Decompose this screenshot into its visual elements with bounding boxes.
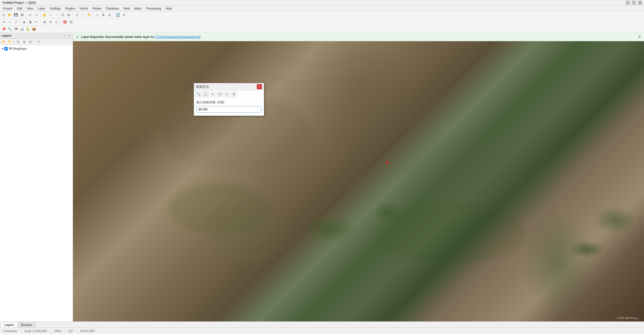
status-separator: [50, 329, 51, 333]
menu-web[interactable]: Web: [122, 6, 132, 11]
layer-type-icon: 🗺: [9, 47, 12, 51]
notification-check-icon: ✔: [76, 34, 79, 39]
refresh-button[interactable]: 🔄: [115, 12, 120, 18]
snapping-button[interactable]: 🎯: [62, 19, 68, 25]
save-project-button[interactable]: 💾: [13, 12, 19, 18]
layer-item[interactable]: ▾ 🗺 BingMaps: [1, 46, 72, 51]
zoom-in-button[interactable]: +: [48, 12, 53, 18]
titlebar: *Untitled Project — QGIS — □ ✕: [0, 0, 644, 6]
status-magnifier: 100%: [53, 329, 63, 332]
identify-button[interactable]: ℹ: [74, 12, 80, 18]
menu-view[interactable]: View: [25, 6, 35, 11]
dialog-title: 坐标定位: [196, 84, 209, 89]
zoom-selection-button[interactable]: ⊞: [66, 12, 71, 18]
dialog-titlebar: 坐标定位 ✕: [194, 83, 264, 90]
toolbar-separator: [14, 40, 14, 44]
dialog-clear-button[interactable]: ✕: [210, 91, 216, 97]
split-button[interactable]: ✂: [33, 19, 39, 25]
open-layer-button[interactable]: 📂: [1, 39, 7, 45]
toolbar-separator: [40, 13, 41, 17]
save-as-button[interactable]: 🖫: [19, 12, 25, 18]
collapse-all-button[interactable]: ⊟: [27, 39, 33, 45]
select-button[interactable]: ⬚: [80, 12, 86, 18]
menu-settings[interactable]: Settings: [48, 6, 63, 11]
maximize-button[interactable]: □: [632, 1, 636, 5]
menu-plugins[interactable]: Plugins: [63, 6, 77, 11]
map-background: ✔ Layer Exported: Successfully saved ras…: [73, 33, 644, 321]
merge-button[interactable]: ⊕: [42, 19, 47, 25]
toolbar1: 🗋 📂 💾 🖫 ↩ ↪ ✋ + − ⊡ ⊞ ℹ ⬚ 📏 + ⚙ 🖨 🔄 ✕: [0, 12, 644, 19]
dialog-search-button[interactable]: 🔍: [195, 91, 202, 97]
measure-button[interactable]: 📏: [86, 12, 92, 18]
processing-toolbox-button[interactable]: ⚙: [101, 12, 106, 18]
toolbar-separator: [73, 13, 73, 17]
menu-help[interactable]: Help: [164, 6, 174, 11]
coordinate-input[interactable]: [196, 106, 261, 113]
svg-point-1: [169, 183, 269, 234]
plugin-btn2[interactable]: 🔧: [7, 26, 13, 32]
plugin-btn4[interactable]: 📊: [19, 26, 25, 32]
menu-raster[interactable]: Raster: [91, 6, 104, 11]
topology-button[interactable]: ⛓: [68, 19, 74, 25]
menu-mesh[interactable]: Mesh: [132, 6, 144, 11]
dialog-paste-button[interactable]: 📋: [203, 91, 209, 97]
node-tool-button[interactable]: ◈: [21, 19, 27, 25]
add-feature-button[interactable]: +: [7, 19, 13, 25]
remove-layer-button[interactable]: ✕: [36, 39, 41, 45]
print-layout-button[interactable]: 🖨: [107, 12, 112, 18]
status-scale: Scale 1:5,000,000: [23, 329, 48, 332]
menu-edit[interactable]: Edit: [15, 6, 24, 11]
add-layer-button[interactable]: +: [95, 12, 100, 18]
notification-close-button[interactable]: ✕: [638, 34, 641, 39]
delete-feature-button[interactable]: 🗑: [27, 19, 33, 25]
minimize-button[interactable]: —: [626, 1, 630, 5]
zoom-out-button[interactable]: −: [54, 12, 59, 18]
dialog-toolbar: 🔍 📋 ✕ Y,X ▾ ⚙: [194, 90, 264, 98]
plugin-btn1[interactable]: 📌: [1, 26, 7, 32]
layers-close-button[interactable]: ✕: [67, 34, 71, 38]
cancel-button[interactable]: ✕: [121, 12, 127, 18]
filter-layers-button[interactable]: 🔍: [15, 39, 21, 45]
qgis-plugin-extra[interactable]: 📦: [31, 26, 37, 32]
dialog-yx-toggle[interactable]: Y,X: [217, 91, 223, 97]
dialog-label: 输入坐标(纬度, 经度): [196, 100, 261, 105]
expand-arrow: ▾: [2, 47, 3, 50]
menu-processing[interactable]: Processing: [144, 6, 163, 11]
menu-vector[interactable]: Vector: [78, 6, 90, 11]
dialog-close-button[interactable]: ✕: [257, 84, 262, 89]
layer-visibility-checkbox[interactable]: [4, 47, 8, 51]
menu-database[interactable]: Database: [104, 6, 121, 11]
notification-link[interactable]: C:\Users\sdwan\Downloads\test.tif: [154, 35, 200, 39]
menu-layer[interactable]: Layer: [36, 6, 47, 11]
layers-float-button[interactable]: □: [63, 34, 67, 38]
watermark: CSDN @wllong_c...: [617, 316, 641, 319]
tab-browser[interactable]: Browser: [18, 322, 35, 327]
redo-button[interactable]: ↪: [33, 12, 39, 18]
menu-project[interactable]: Project: [1, 6, 14, 11]
open-project-button[interactable]: 📂: [7, 12, 13, 18]
expand-all-button[interactable]: ⊞: [21, 39, 27, 45]
close-button[interactable]: ✕: [638, 1, 642, 5]
undo-button[interactable]: ↩: [27, 12, 33, 18]
qgis-plugin-python[interactable]: 🐍: [25, 26, 31, 32]
add-group-button[interactable]: 📁: [7, 39, 13, 45]
zoom-extent-button[interactable]: ⊡: [60, 12, 65, 18]
map-area[interactable]: ✔ Layer Exported: Successfully saved ras…: [73, 33, 644, 321]
dialog-extra-button[interactable]: ⚙: [231, 91, 237, 97]
toolbar2: ✏ + ⤢ ◈ 🗑 ✂ ⊕ ↻ ⬡ 🎯 ⛓: [0, 19, 644, 26]
plugin-btn3[interactable]: 🗺: [13, 26, 19, 32]
digitize-button[interactable]: ✏: [1, 19, 7, 25]
pan-button[interactable]: ✋: [42, 12, 47, 18]
dialog-settings-button[interactable]: ▾: [224, 91, 230, 97]
rotate-button[interactable]: ↻: [48, 19, 53, 25]
tab-layers[interactable]: Layers: [1, 322, 17, 327]
toolbar-separator: [20, 20, 20, 24]
toolbar-separator: [93, 13, 93, 17]
new-project-button[interactable]: 🗋: [1, 12, 7, 18]
bottom-tabs: Layers Browser: [0, 321, 644, 327]
toolbar-separator: [26, 13, 26, 17]
layer-name-label: BingMaps: [13, 47, 27, 51]
move-feature-button[interactable]: ⤢: [13, 19, 19, 25]
layers-header-controls: □ ✕: [63, 34, 71, 38]
reshape-button[interactable]: ⬡: [54, 19, 59, 25]
